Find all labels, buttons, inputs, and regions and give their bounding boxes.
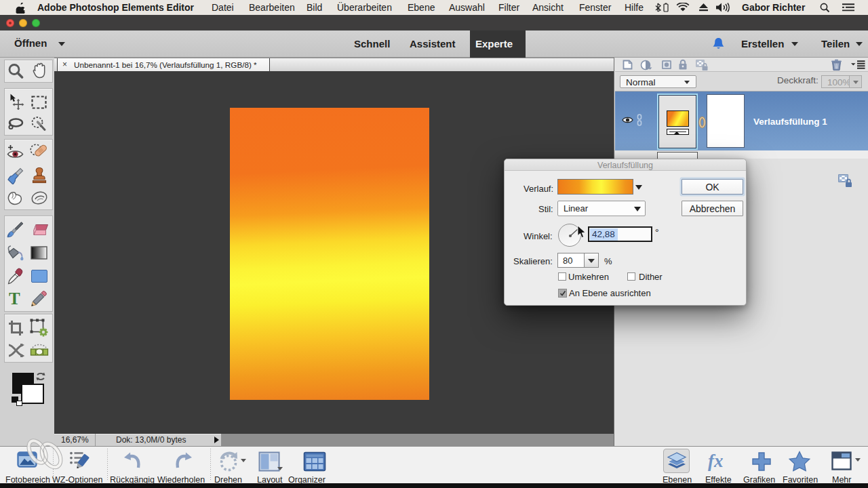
svg-text:fx: fx bbox=[708, 451, 724, 471]
